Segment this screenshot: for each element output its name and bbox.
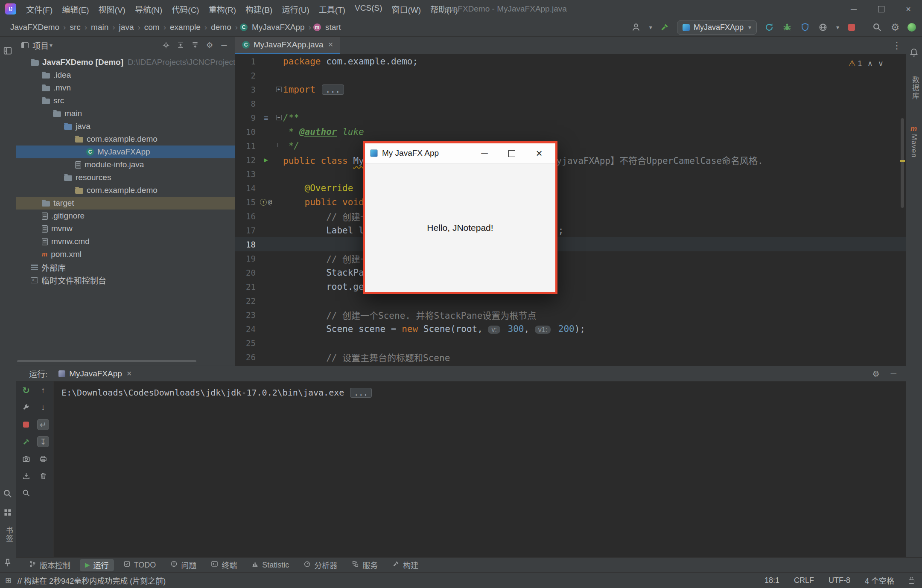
menu-item-8[interactable]: 工具(T) (314, 2, 350, 17)
up-stack-trace-icon[interactable]: ↑ (37, 385, 49, 396)
minimize-window-button[interactable]: ─ (840, 0, 867, 18)
breadcrumb-item-main[interactable]: main (89, 22, 110, 33)
tool-windows-widget-icon[interactable]: ⊞ (5, 576, 12, 585)
inspections-widget[interactable]: ⚠ 1 ∧ ∨ (849, 58, 884, 68)
collapse-all-button[interactable] (190, 40, 201, 51)
editor-tab-myjavafxapp[interactable]: C MyJavaFXApp.java × (235, 37, 340, 54)
run-configuration-select[interactable]: MyJavaFXApp ▾ (677, 20, 757, 35)
build-hammer-icon[interactable] (659, 22, 670, 33)
down-stack-trace-icon[interactable]: ↓ (37, 402, 49, 413)
soft-wrap-toggle-icon[interactable]: ↵ (37, 419, 49, 430)
debug-button[interactable] (782, 22, 793, 33)
dump-import-icon[interactable] (20, 470, 32, 481)
notifications-bell-icon[interactable] (909, 48, 919, 58)
menu-item-10[interactable]: 窗口(W) (387, 2, 426, 17)
tree-row[interactable]: .idea (16, 69, 235, 82)
breadcrumb-item-JavaFXDemo[interactable]: JavaFXDemo (9, 22, 61, 33)
search-console-icon[interactable] (20, 487, 32, 498)
run-tab-close-icon[interactable]: × (127, 369, 132, 378)
menu-item-9[interactable]: VCS(S) (350, 2, 387, 17)
javafx-minimize-button[interactable]: ─ (471, 143, 498, 163)
tree-row[interactable]: .mvn (16, 82, 235, 94)
line-ending-widget[interactable]: CRLF (794, 576, 814, 585)
tree-row[interactable]: mpom.xml (16, 248, 235, 261)
menu-item-7[interactable]: 运行(U) (277, 2, 314, 17)
fold-collapse-icon[interactable]: − (276, 115, 282, 120)
indent-widget[interactable]: 4 个空格 (865, 575, 894, 586)
tool-tab-运行[interactable]: ▶运行 (80, 559, 114, 571)
menu-item-5[interactable]: 重构(R) (204, 2, 241, 17)
next-problem-icon[interactable]: ∨ (878, 59, 884, 68)
menu-item-4[interactable]: 代码(C) (167, 2, 204, 17)
print-console-icon[interactable] (37, 453, 49, 464)
breadcrumb-item-com[interactable]: com (143, 22, 161, 33)
maven-tool-button[interactable]: Maven (910, 134, 918, 158)
breadcrumb-item-MyJavaFXApp[interactable]: MyJavaFXApp (250, 22, 306, 33)
tab-close-icon[interactable]: × (328, 40, 333, 49)
breadcrumb-item-start[interactable]: start (324, 22, 343, 33)
tree-row[interactable]: target (16, 197, 235, 210)
tree-row[interactable]: mvnw.cmd (16, 235, 235, 248)
bookmarks-tool-button[interactable]: 书签 (3, 527, 14, 543)
tool-tab-Statistic[interactable]: Statistic (246, 559, 294, 571)
javafx-close-button[interactable]: × (525, 143, 553, 163)
menu-item-2[interactable]: 视图(V) (94, 2, 130, 17)
tool-tab-问题[interactable]: 问题 (165, 559, 201, 571)
tool-tab-版本控制[interactable]: 版本控制 (24, 559, 76, 571)
tree-horizontal-scrollbar[interactable] (17, 360, 196, 362)
javadoc-render-icon[interactable]: ≡ (264, 114, 268, 122)
javafx-window-titlebar[interactable]: My JavaFX App ─ × (365, 143, 555, 163)
locate-file-button[interactable] (160, 40, 172, 51)
menu-item-0[interactable]: 文件(F) (21, 2, 57, 17)
tree-row[interactable]: resources (16, 171, 235, 184)
edit-configuration-wrench-icon[interactable] (20, 402, 32, 413)
stop-process-button[interactable] (20, 419, 32, 430)
services-tool-button[interactable] (3, 508, 13, 518)
build-and-restart-button[interactable] (20, 436, 32, 447)
scroll-to-end-icon[interactable]: ↧ (37, 436, 49, 447)
tree-row[interactable]: CMyJavaFXApp (16, 146, 235, 158)
tree-row[interactable]: com.example.demo (16, 184, 235, 197)
thread-dump-camera-icon[interactable] (20, 453, 32, 464)
rerun-application-button[interactable]: ↻ (20, 385, 32, 396)
settings-gear-icon[interactable]: ⚙ (890, 22, 901, 33)
problems-tool-button[interactable] (3, 489, 13, 499)
pin-tool-button[interactable] (3, 558, 13, 568)
ai-plugin-icon[interactable] (907, 23, 916, 32)
project-view-caret-icon[interactable]: ▾ (50, 42, 53, 49)
console-folded-args[interactable]: ... (350, 388, 372, 398)
tool-tab-分析器[interactable]: 分析器 (298, 559, 342, 571)
folded-code-chip[interactable]: ... (322, 84, 344, 95)
caret-position-widget[interactable]: 18:1 (764, 576, 779, 585)
breadcrumb-item-example[interactable]: example (168, 22, 202, 33)
tool-tab-终端[interactable]: 终端 (206, 559, 242, 571)
editor-scrollbar[interactable] (901, 118, 904, 208)
coverage-button[interactable] (799, 22, 811, 33)
breadcrumb-item-demo[interactable]: demo (209, 22, 233, 33)
hide-run-panel-button[interactable]: ─ (891, 369, 896, 378)
close-window-button[interactable]: × (895, 0, 922, 18)
tree-row[interactable]: main (16, 107, 235, 120)
tree-row[interactable]: 外部库 (16, 261, 235, 274)
hide-panel-button[interactable]: ─ (219, 40, 230, 51)
tree-row[interactable]: com.example.demo (16, 133, 235, 146)
tree-row[interactable]: mvnw (16, 222, 235, 235)
run-console-output[interactable]: E:\Downloads\CodesDownloads\jdk\jdk-17.0… (54, 381, 906, 557)
tool-tab-服务[interactable]: 服务 (347, 559, 383, 571)
encoding-widget[interactable]: UTF-8 (829, 576, 850, 585)
tool-tab-TODO[interactable]: TODO (118, 559, 161, 571)
menu-item-6[interactable]: 构建(B) (241, 2, 277, 17)
project-tool-button[interactable] (3, 46, 13, 56)
fold-expand-icon[interactable]: + (276, 87, 282, 92)
stop-button[interactable] (846, 22, 857, 33)
panel-settings-gear-icon[interactable]: ⚙ (204, 40, 215, 51)
tree-row[interactable]: module-info.java (16, 158, 235, 171)
prev-problem-icon[interactable]: ∧ (867, 59, 873, 68)
menu-item-1[interactable]: 编辑(E) (57, 2, 93, 17)
tab-options-icon[interactable]: ⋮ (892, 40, 902, 51)
javafx-maximize-button[interactable] (498, 143, 525, 163)
run-panel-settings-gear-icon[interactable]: ⚙ (872, 369, 879, 379)
tree-row[interactable]: java (16, 120, 235, 133)
search-everywhere-button[interactable] (872, 22, 883, 33)
tree-row[interactable]: >_临时文件和控制台 (16, 274, 235, 286)
